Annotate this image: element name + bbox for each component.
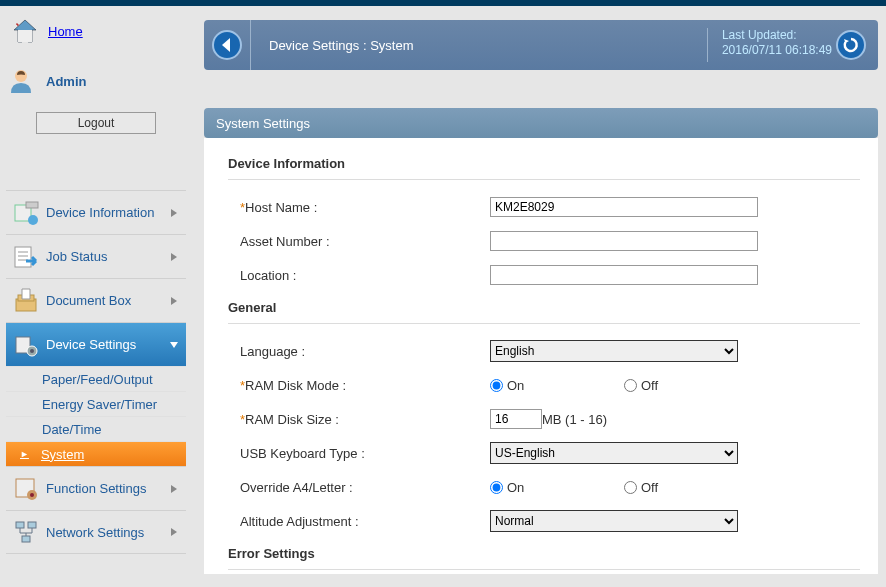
refresh-button[interactable] [836,30,866,60]
section-device-info: Device Information [228,148,860,180]
row-ram-disk-mode: *RAM Disk Mode : On Off [228,368,860,402]
subnav-energy-saver[interactable]: Energy Saver/Timer [6,391,186,416]
header-bar: Device Settings : System Last Updated: 2… [204,20,878,70]
nav-device-information[interactable]: Device Information [6,190,186,234]
nav-label: Job Status [46,249,107,264]
chevron-right-icon [170,209,178,217]
home-link[interactable]: Home [48,24,83,39]
section-general: General [228,292,860,324]
row-altitude: Altitude Adjustment : Normal [228,504,860,538]
document-box-icon [12,287,40,315]
chevron-right-icon [170,485,178,493]
host-name-label: Host Name : [245,200,317,215]
section-error-settings: Error Settings [228,538,860,570]
svg-rect-2 [26,202,38,208]
home-icon [10,16,40,46]
ram-disk-mode-off[interactable]: Off [624,378,758,393]
network-settings-icon [12,518,40,546]
chevron-down-icon [170,341,178,349]
page-breadcrumb: Device Settings : System [250,20,414,70]
language-label: Language : [240,344,305,359]
row-asset-number: Asset Number : [228,224,860,258]
device-info-icon [12,199,40,227]
nav-label: Network Settings [46,525,144,540]
nav-function-settings[interactable]: Function Settings [6,466,186,510]
ram-disk-mode-on[interactable]: On [490,378,624,393]
nav-label: Document Box [46,293,131,308]
job-status-icon [12,243,40,271]
nav-device-settings[interactable]: Device Settings [6,322,186,366]
override-a4-on[interactable]: On [490,480,624,495]
row-ram-disk-size: *RAM Disk Size : MB (1 - 16) [228,402,860,436]
sidebar-admin: Admin [6,56,186,106]
chevron-right-icon [170,253,178,261]
chevron-right-icon [170,297,178,305]
row-usb-keyboard: USB Keyboard Type : US-English [228,436,860,470]
asset-number-label: Asset Number : [240,234,330,249]
svg-point-3 [28,215,38,225]
host-name-input[interactable] [490,197,758,217]
override-a4-off[interactable]: Off [624,480,758,495]
ram-disk-size-input[interactable] [490,409,542,429]
chevron-right-icon [170,528,178,536]
altitude-select[interactable]: Normal [490,510,738,532]
sidebar-home[interactable]: Home [6,12,186,56]
row-override-a4: Override A4/Letter : On Off [228,470,860,504]
main-panel: Device Settings : System Last Updated: 2… [192,6,886,587]
row-host-name: *Host Name : [228,190,860,224]
svg-rect-4 [15,247,31,267]
asset-number-input[interactable] [490,231,758,251]
subnav-device-settings: Paper/Feed/Output Energy Saver/Timer Dat… [6,366,186,466]
admin-label: Admin [46,74,86,89]
svg-point-12 [30,493,34,497]
function-settings-icon [12,475,40,503]
ram-disk-size-label: RAM Disk Size : [245,412,339,427]
subnav-paper-feed[interactable]: Paper/Feed/Output [6,366,186,391]
svg-rect-14 [28,522,36,528]
override-a4-off-radio[interactable] [624,481,637,494]
svg-rect-13 [16,522,24,528]
override-a4-on-radio[interactable] [490,481,503,494]
nav-network-settings[interactable]: Network Settings [6,510,186,554]
ram-disk-mode-on-radio[interactable] [490,379,503,392]
last-updated-value: 2016/07/11 06:18:49 [722,43,832,58]
override-a4-label: Override A4/Letter : [240,480,353,495]
back-button[interactable] [212,30,242,60]
last-updated-label: Last Updated: [722,28,832,43]
panel-body: Device Information *Host Name : Asset Nu… [204,138,878,574]
ram-disk-mode-off-radio[interactable] [624,379,637,392]
last-updated: Last Updated: 2016/07/11 06:18:49 [707,28,832,62]
sidebar: Home Admin Logout Device Information Job… [0,6,192,587]
nav-document-box[interactable]: Document Box [6,278,186,322]
location-input[interactable] [490,265,758,285]
usb-keyboard-label: USB Keyboard Type : [240,446,365,461]
usb-keyboard-select[interactable]: US-English [490,442,738,464]
logout-button[interactable]: Logout [36,112,156,134]
row-language: Language : English [228,334,860,368]
nav-job-status[interactable]: Job Status [6,234,186,278]
nav-label: Function Settings [46,481,146,496]
device-settings-icon [12,331,40,359]
altitude-label: Altitude Adjustment : [240,514,359,529]
nav-label: Device Information [46,205,154,220]
row-location: Location : [228,258,860,292]
svg-rect-15 [22,536,30,542]
panel-header: System Settings [204,108,878,138]
ram-disk-size-suffix: MB (1 - 16) [542,412,607,427]
location-label: Location : [240,268,296,283]
ram-disk-mode-label: RAM Disk Mode : [245,378,346,393]
user-icon [6,66,36,96]
nav-label: Device Settings [46,337,136,352]
language-select[interactable]: English [490,340,738,362]
subnav-date-time[interactable]: Date/Time [6,416,186,441]
subnav-system[interactable]: System [6,441,186,466]
svg-point-9 [30,349,34,353]
